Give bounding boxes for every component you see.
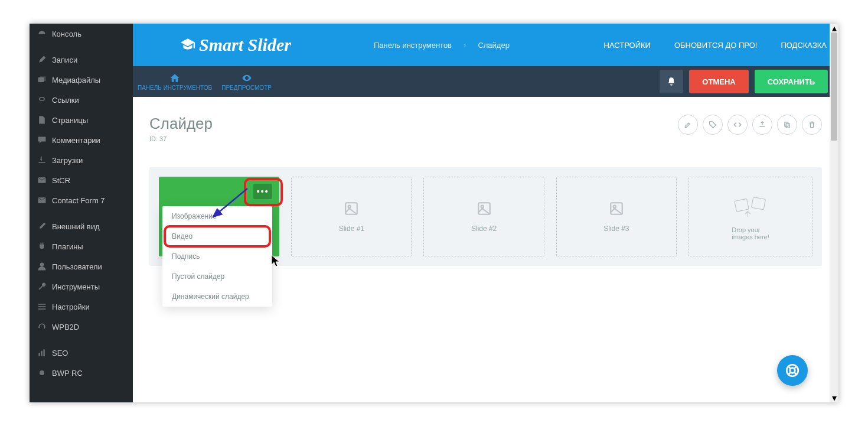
- tag-icon: [709, 121, 717, 129]
- add-slide-card[interactable]: ••• Изображение Видео Подпись Пустой сла…: [159, 177, 279, 256]
- images-drop-icon: [733, 193, 768, 222]
- annotation-highlight: [164, 225, 271, 248]
- sidebar-item-wpb2d[interactable]: WPB2D: [30, 317, 133, 337]
- sliders-icon: [37, 301, 47, 312]
- save-button[interactable]: СОХРАНИТЬ: [755, 70, 828, 93]
- toolbar-home-button[interactable]: ПАНЕЛЬ ИНСТРУМЕНТОВ: [133, 66, 217, 97]
- svg-point-17: [348, 205, 351, 207]
- svg-line-29: [794, 372, 797, 375]
- svg-rect-2: [40, 76, 46, 81]
- export-button[interactable]: [752, 115, 772, 135]
- breadcrumb: Панель инструментов › Слайдер: [374, 41, 510, 50]
- drop-images-zone[interactable]: Drop yourimages here!: [688, 177, 812, 256]
- dropdown-item-caption[interactable]: Подпись: [162, 246, 272, 266]
- svg-line-26: [788, 366, 790, 368]
- lifebuoy-icon: [785, 363, 800, 378]
- svg-rect-10: [41, 351, 42, 356]
- mail-icon: [37, 175, 47, 186]
- scroll-up-button[interactable]: ▴: [830, 24, 838, 32]
- toolbar-preview-button[interactable]: ПРЕДПРОСМОТР: [217, 66, 276, 97]
- copy-icon: [783, 121, 791, 129]
- code-button[interactable]: [727, 115, 748, 135]
- sidebar-item-label: Комментарии: [52, 136, 100, 145]
- slide-canvas: ••• Изображение Видео Подпись Пустой сла…: [149, 167, 822, 266]
- sidebar-item-plugins[interactable]: Плагины: [30, 236, 133, 256]
- duplicate-button[interactable]: [777, 115, 797, 135]
- svg-line-27: [794, 366, 797, 368]
- sidebar-item-links[interactable]: Ссылки: [30, 90, 133, 110]
- sidebar-item-stcr[interactable]: StCR: [30, 170, 133, 190]
- sidebar-item-comments[interactable]: Комментарии: [30, 130, 133, 150]
- delete-button[interactable]: [802, 115, 822, 135]
- scroll-track[interactable]: [830, 32, 838, 394]
- dropdown-item-image[interactable]: Изображение: [162, 206, 272, 226]
- pin-icon: [37, 54, 47, 65]
- sidebar-item-downloads[interactable]: Загрузки: [30, 150, 133, 170]
- breadcrumb-item[interactable]: Слайдер: [478, 41, 510, 50]
- media-icon: [37, 74, 47, 85]
- dropzone-text: images here!: [732, 233, 769, 240]
- sidebar-item-label: WPB2D: [52, 323, 79, 331]
- sidebar-item-tools[interactable]: Инструменты: [30, 277, 133, 297]
- svg-rect-23: [752, 197, 766, 209]
- chevron-right-icon: ›: [464, 41, 466, 50]
- brush-icon: [37, 221, 47, 232]
- sidebar-item-cf7[interactable]: Contact Form 7: [30, 190, 133, 210]
- dropzone-text: Drop your: [732, 226, 760, 233]
- dashboard-icon: [37, 28, 47, 39]
- chart-icon: [37, 347, 47, 358]
- top-link-hint[interactable]: ПОДСКАЗКА: [781, 41, 827, 50]
- scroll-thumb[interactable]: [831, 32, 837, 141]
- tag-button[interactable]: [703, 115, 723, 135]
- svg-rect-9: [38, 353, 40, 356]
- edit-button[interactable]: [678, 115, 698, 135]
- slot-label: Slide #2: [471, 225, 497, 233]
- sidebar-item-appearance[interactable]: Внешний вид: [30, 216, 133, 236]
- wp-admin-sidebar: Консоль Записи Медиафайлы Ссылки Страниц…: [30, 24, 133, 402]
- svg-point-25: [790, 368, 795, 373]
- comment-icon: [37, 135, 47, 145]
- page-icon: [37, 115, 47, 125]
- dropdown-item-dynamic[interactable]: Динамический слайдер: [162, 287, 272, 307]
- dropdown-item-empty[interactable]: Пустой слайдер: [162, 266, 272, 287]
- svg-point-12: [40, 370, 44, 375]
- svg-rect-22: [735, 199, 749, 212]
- eye-icon: [242, 73, 252, 83]
- mail-icon: [37, 195, 47, 206]
- image-icon: [609, 201, 624, 216]
- trash-icon: [808, 121, 816, 129]
- top-link-upgrade[interactable]: ОБНОВИТСЯ ДО ПРО!: [674, 41, 757, 50]
- cancel-button[interactable]: ОТМЕНА: [689, 70, 748, 93]
- sidebar-item-pages[interactable]: Страницы: [30, 110, 133, 130]
- svg-rect-11: [43, 349, 44, 356]
- scroll-down-button[interactable]: ▾: [830, 394, 838, 402]
- svg-line-28: [788, 372, 790, 375]
- sidebar-item-label: Загрузки: [52, 156, 83, 165]
- slot-label: Slide #1: [339, 225, 364, 233]
- breadcrumb-item[interactable]: Панель инструментов: [374, 41, 452, 50]
- sidebar-item-settings[interactable]: Настройки: [30, 297, 133, 317]
- sidebar-item-users[interactable]: Пользователи: [30, 256, 133, 277]
- top-link-settings[interactable]: НАСТРОЙКИ: [604, 41, 651, 50]
- svg-rect-6: [38, 304, 46, 305]
- sidebar-item-dashboard[interactable]: Консоль: [30, 24, 133, 44]
- wrench-icon: [37, 281, 47, 292]
- sidebar-item-label: Медиафайлы: [52, 76, 100, 84]
- help-fab[interactable]: [777, 355, 808, 386]
- sidebar-item-posts[interactable]: Записи: [30, 50, 133, 70]
- sidebar-item-seo[interactable]: SEO: [30, 343, 133, 363]
- add-slide-dropdown: Изображение Видео Подпись Пустой слайдер…: [162, 206, 272, 307]
- svg-point-19: [481, 205, 483, 207]
- slide-slot[interactable]: Slide #1: [291, 177, 412, 256]
- slide-slot[interactable]: Slide #2: [423, 177, 544, 256]
- grad-cap-icon: [180, 37, 195, 53]
- sidebar-item-media[interactable]: Медиафайлы: [30, 70, 133, 90]
- dropdown-item-video[interactable]: Видео: [162, 226, 272, 246]
- notifications-button[interactable]: [660, 70, 683, 93]
- vertical-scrollbar[interactable]: ▴ ▾: [830, 24, 838, 402]
- sync-icon: [37, 321, 47, 332]
- sidebar-item-bwprc[interactable]: BWP RC: [30, 363, 133, 383]
- slide-slot[interactable]: Slide #3: [556, 177, 677, 256]
- topbar: Smart Slider Панель инструментов › Слайд…: [133, 24, 838, 66]
- sidebar-item-label: Внешний вид: [52, 222, 100, 231]
